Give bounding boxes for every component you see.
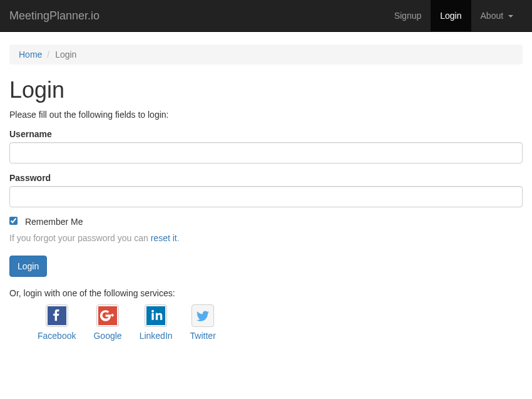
google-plus-icon: [96, 304, 119, 327]
nav-item-about: About: [471, 0, 523, 31]
navbar-nav: Signup Login About: [385, 0, 523, 31]
google-login-link[interactable]: Google: [93, 304, 121, 341]
password-label: Password: [9, 173, 51, 183]
signup-link[interactable]: Signup: [385, 0, 431, 31]
facebook-login-link[interactable]: Facebook: [38, 304, 76, 341]
forgot-prefix: If you forgot your password you can: [9, 233, 151, 243]
about-dropdown[interactable]: About: [471, 0, 523, 31]
social-item-google: Google: [93, 304, 121, 341]
about-label: About: [481, 11, 504, 21]
remember-me-checkbox[interactable]: [9, 217, 18, 225]
twitter-login-link[interactable]: Twitter: [190, 304, 216, 341]
google-label: Google: [93, 331, 121, 341]
remember-me-wrap[interactable]: Remember Me: [9, 217, 83, 227]
linkedin-label: LinkedIn: [140, 331, 173, 341]
login-link[interactable]: Login: [431, 0, 471, 31]
forgot-suffix: .: [177, 233, 180, 243]
breadcrumb-current: Login: [42, 49, 76, 60]
login-form: Username Password Remember Me If you for…: [9, 129, 523, 277]
social-item-facebook: Facebook: [38, 304, 76, 341]
nav-item-login: Login: [431, 0, 471, 31]
social-login-prompt: Or, login with one of the following serv…: [9, 288, 523, 298]
forgot-password-hint: If you forgot your password you can rese…: [9, 233, 523, 243]
password-input[interactable]: [9, 186, 523, 207]
brand-link[interactable]: MeetingPlanner.io: [9, 0, 100, 31]
reset-password-link[interactable]: reset it: [151, 233, 177, 243]
twitter-icon: [192, 304, 214, 327]
social-item-twitter: Twitter: [190, 304, 216, 341]
chevron-down-icon: [508, 15, 513, 18]
page-title: Login: [9, 77, 523, 103]
linkedin-login-link[interactable]: LinkedIn: [140, 304, 173, 341]
twitter-label: Twitter: [190, 331, 216, 341]
facebook-label: Facebook: [38, 331, 76, 341]
social-item-linkedin: LinkedIn: [140, 304, 173, 341]
social-providers-list: Facebook Google LinkedIn: [9, 304, 523, 341]
breadcrumb: Home Login: [9, 44, 523, 65]
linkedin-icon: [145, 304, 167, 327]
facebook-icon: [46, 304, 68, 327]
navbar: MeetingPlanner.io Signup Login About: [0, 0, 532, 32]
username-label: Username: [9, 129, 52, 139]
username-input[interactable]: [9, 142, 523, 163]
page-subtitle: Please fill out the following fields to …: [9, 110, 523, 120]
nav-item-signup: Signup: [385, 0, 431, 31]
login-button[interactable]: Login: [9, 256, 47, 277]
remember-me-label: Remember Me: [25, 217, 83, 227]
breadcrumb-home-link[interactable]: Home: [19, 49, 42, 60]
